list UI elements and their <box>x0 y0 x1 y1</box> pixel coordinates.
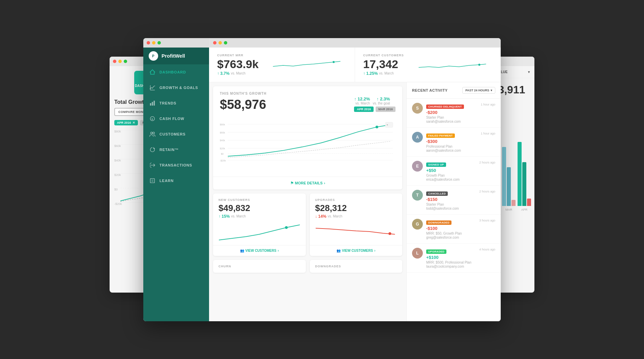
activity-body: CHURNED DELINQUENT -$200 Starter Plan sa… <box>426 103 477 123</box>
mrr-change: ↑ 3.7% vs. March <box>217 71 259 76</box>
content-area: CURRENT MRR $763.9k ↑ 3.7% vs. March <box>209 48 501 321</box>
activity-time: 4 hours ago <box>479 248 495 251</box>
sidebar-item-retain[interactable]: RETAIN™ <box>143 142 209 157</box>
activity-plan: Professional Plan <box>426 145 477 148</box>
mrr-label: CURRENT MRR <box>217 54 259 57</box>
avatar: G <box>412 219 423 230</box>
activity-email: erica@salesforce.com <box>426 178 476 181</box>
maximize-dot-content <box>224 41 227 44</box>
minimize-dot-main <box>152 41 155 44</box>
dashboard-content: THIS MONTH'S GROWTH $58,976 ↑ 12.2% vs. … <box>209 82 501 321</box>
mrr-vs-text: vs. March <box>231 71 245 75</box>
minimize-dot-content <box>218 41 222 44</box>
new-customers-view[interactable]: 👥 VIEW CUSTOMERS › <box>213 245 306 256</box>
sidebar-item-customers[interactable]: CUSTOMERS <box>143 126 209 142</box>
learn-icon <box>149 178 155 184</box>
customers-card: CURRENT CUSTOMERS 17,342 ↑ 1.25% vs. Mar… <box>355 48 501 82</box>
activity-amount: +$50 <box>426 168 476 173</box>
upgrades-pct: ↓ 14% <box>315 214 326 219</box>
sidebar-item-transactions[interactable]: TRANSACTIONS <box>143 157 209 173</box>
growth-chart-area: $80k $60k $40k $20k $0 -$20k <box>213 116 402 177</box>
bar-group-mar: MAR <box>502 147 516 211</box>
close-dot <box>113 60 116 63</box>
avatar: L <box>412 248 423 259</box>
svg-text:⚑: ⚑ <box>386 124 388 126</box>
growth-card: THIS MONTH'S GROWTH $58,976 ↑ 12.2% vs. … <box>213 86 402 189</box>
activity-badge: CHURNED DELINQUENT <box>426 104 464 109</box>
upgrades-chart <box>310 221 403 245</box>
svg-point-14 <box>153 132 154 133</box>
new-customers-header: NEW CUSTOMERS $49,832 ↑ 15% vs. March <box>213 193 306 221</box>
upgrades-view[interactable]: 👥 VIEW CUSTOMERS › <box>310 245 403 256</box>
growth-right: ↑ 12.2% vs. March ↑ 2.3% vs. the goal <box>354 96 396 112</box>
activity-plan: Starter Plan <box>426 116 477 119</box>
svg-text:-$20k: -$20k <box>220 159 226 162</box>
close-dot-content <box>213 41 216 44</box>
activity-amount: -$150 <box>426 197 476 202</box>
activity-body: SIGNED UP +$50 Growth Plan erica@salesfo… <box>426 161 476 181</box>
customers-view-icon: 👥 <box>240 249 244 252</box>
maximize-dot <box>124 60 127 63</box>
activity-badge: FAILED PAYMENT <box>426 133 455 138</box>
upgrades-value: $28,312 <box>315 203 397 213</box>
activity-amount: -$200 <box>426 110 477 115</box>
activity-item: S CHURNED DELINQUENT -$200 Starter Plan … <box>407 99 501 128</box>
activity-item: A FAILED PAYMENT -$300 Professional Plan… <box>407 128 501 157</box>
maximize-dot-main <box>157 41 161 44</box>
time-filter-dropdown[interactable]: PAST 24 HOURS ▾ <box>462 87 495 94</box>
growth-vs: vs. March <box>355 101 370 105</box>
apr-tag[interactable]: APR 2016 ✕ <box>114 120 138 125</box>
bottom-cards-row: CHURN DOWNGRADES <box>213 260 402 273</box>
growth-pct: ↑ 12.2% <box>354 96 370 101</box>
upgrades-change: ↓ 14% vs. March <box>315 214 397 219</box>
activity-amount: +$100 <box>426 255 476 260</box>
sidebar-item-trends[interactable]: TRENDS <box>143 95 209 111</box>
svg-rect-15 <box>150 178 155 183</box>
new-customers-value: $49,832 <box>218 203 300 213</box>
growth-value: $58,976 <box>220 97 267 112</box>
activity-amount: -$100 <box>426 226 476 231</box>
svg-point-19 <box>478 64 480 66</box>
sidebar-item-dashboard[interactable]: DASHBOARD <box>143 64 209 80</box>
svg-text:$80k: $80k <box>220 123 225 126</box>
growth-goal-pct: ↑ 2.3% <box>377 96 390 101</box>
sidebar-item-cashflow[interactable]: $ CASH FLOW <box>143 111 209 126</box>
upgrades-card: UPGRADES $28,312 ↓ 14% vs. March <box>310 193 403 256</box>
activity-item: T CANCELLED -$150 Starter Plan todd@sale… <box>407 186 501 215</box>
chevron-down-activity: ▾ <box>491 89 492 92</box>
new-customers-card: NEW CUSTOMERS $49,832 ↑ 15% vs. March <box>213 193 306 256</box>
svg-point-18 <box>332 61 334 63</box>
activity-badge: DOWNGRADED <box>426 220 451 225</box>
activity-item: L UPGRADED +$100 MRR: $500, Professional… <box>407 244 501 273</box>
upgrades-vs: vs. March <box>328 214 342 218</box>
mrr-change-value: ↑ 3.7% <box>217 71 230 76</box>
activity-badge: SIGNED UP <box>426 162 446 167</box>
growth-section-title: THIS MONTH'S GROWTH <box>220 92 267 95</box>
new-customers-pct: ↑ 15% <box>218 214 230 219</box>
svg-point-36 <box>388 232 391 235</box>
downgrades-card: DOWNGRADES <box>310 260 403 273</box>
sub-cards-row: NEW CUSTOMERS $49,832 ↑ 15% vs. March <box>213 193 402 256</box>
chevron-down-icon: ▾ <box>528 70 530 74</box>
sidebar-item-growth-goals[interactable]: GROWTH & GOALS <box>143 80 209 95</box>
customers-label: CURRENT CUSTOMERS <box>363 54 404 57</box>
customers-change-value: ↑ 1.25% <box>363 71 378 76</box>
close-dot-main <box>147 41 150 44</box>
activity-item: G DOWNGRADED -$100 MRR: $50, Growth Plan… <box>407 215 501 244</box>
churn-label: CHURN <box>218 265 300 268</box>
activity-title: RECENT ACTIVITY <box>412 88 448 92</box>
growth-section: THIS MONTH'S GROWTH $58,976 ↑ 12.2% vs. … <box>209 82 406 321</box>
customers-value: 17,342 <box>363 58 404 70</box>
svg-text:$60k: $60k <box>220 131 225 134</box>
growth-goal-vs: vs. the goal <box>373 101 390 105</box>
mrr-value: $763.9k <box>217 58 259 70</box>
activity-time: 3 hours ago <box>479 219 495 222</box>
upgrades-header: UPGRADES $28,312 ↓ 14% vs. March <box>310 193 403 221</box>
bar-group-apr: APR <box>518 142 531 211</box>
activity-time: 1 hour ago <box>481 103 495 106</box>
growth-more-details[interactable]: ⚑ MORE DETAILS › <box>213 177 402 189</box>
svg-text:$40k: $40k <box>220 139 225 142</box>
churn-card: CHURN <box>213 260 306 273</box>
customers-sparkline <box>412 58 493 71</box>
sidebar-item-learn[interactable]: LEARN <box>143 173 209 188</box>
